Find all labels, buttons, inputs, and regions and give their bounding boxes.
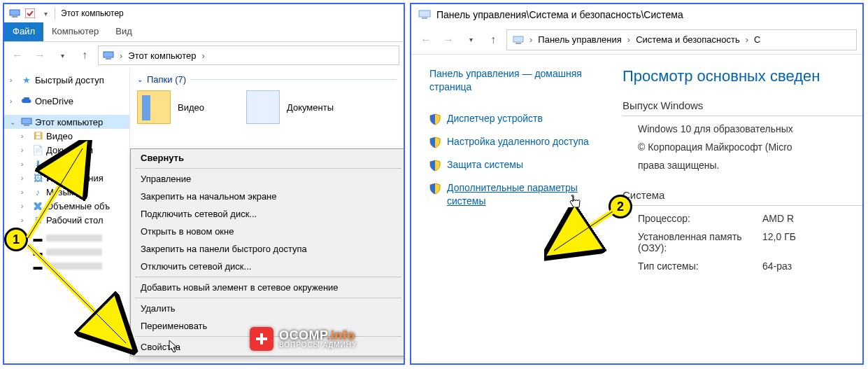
music-icon: ♪ — [32, 186, 43, 197]
star-icon: ★ — [21, 74, 32, 85]
cube-icon: 🞮 — [32, 200, 43, 211]
ribbon-tabs: Файл Компьютер Вид — [4, 22, 404, 42]
svg-rect-4 — [106, 58, 111, 60]
chevron-down-icon[interactable]: ⌄ — [10, 118, 18, 126]
link-device-manager[interactable]: Диспетчер устройств — [429, 112, 604, 125]
crumb-sec[interactable]: Система и безопасность — [636, 34, 740, 45]
cloud-icon — [21, 95, 32, 106]
cp-home-link[interactable]: Панель управления — домашняя страница — [429, 67, 604, 94]
tree-documents[interactable]: ›📄Документы — [4, 143, 129, 157]
pc-icon — [418, 9, 431, 20]
tree-3d[interactable]: ›🞮Объемные объ — [4, 199, 129, 213]
cpu-value: AMD R — [762, 213, 862, 224]
cp-address-bar[interactable]: › Панель управления › Система и безопасн… — [506, 29, 857, 50]
ctx-add-network[interactable]: Добавить новый элемент в сетевое окружен… — [131, 279, 405, 296]
nav-tree: ›★Быстрый доступ ›OneDrive ⌄Этот компьют… — [4, 69, 130, 363]
tree-downloads[interactable]: ›⬇Загрузки — [4, 157, 129, 171]
ctx-open-new[interactable]: Открыть в новом окне — [131, 223, 405, 240]
copyright-1: © Корпорация Майкрософт (Micro — [622, 141, 792, 153]
folder-icon: 🎞 — [32, 130, 43, 141]
folder-icon: 📄 — [32, 144, 43, 155]
tree-videos[interactable]: ›🎞Видео — [4, 129, 129, 143]
tile-videos[interactable]: Видео — [137, 90, 204, 124]
shield-icon — [429, 160, 441, 172]
nav-row: ← → ▾ ↑ › Этот компьютер › — [4, 42, 404, 69]
ctx-manage[interactable]: Управление — [131, 170, 405, 188]
nav-back[interactable]: ← — [8, 46, 27, 64]
ctx-collapse[interactable]: Свернуть — [131, 149, 405, 167]
svg-rect-18 — [256, 337, 267, 340]
tab-view[interactable]: Вид — [107, 22, 141, 41]
check-icon[interactable] — [24, 7, 36, 20]
chevron-right-icon[interactable]: › — [10, 97, 18, 105]
cursor-icon — [167, 340, 180, 355]
crumb-cp[interactable]: Панель управления — [538, 34, 621, 45]
address-bar[interactable]: › Этот компьютер › — [98, 46, 399, 65]
ram-label: Установленная память (ОЗУ): — [622, 231, 762, 253]
svg-rect-2 — [25, 8, 35, 18]
cp-titlebar: Панель управления\Система и безопасность… — [411, 4, 862, 25]
tree-this-pc[interactable]: ⌄Этот компьютер — [4, 115, 129, 129]
section-system: Система — [622, 189, 862, 205]
plus-icon — [250, 327, 273, 351]
tab-computer[interactable]: Компьютер — [43, 22, 107, 41]
chevron-down-icon[interactable]: ⌄ — [137, 76, 143, 83]
ctx-pin-quick[interactable]: Закрепить на панели быстрого доступа — [131, 240, 405, 258]
edition-value: Windows 10 для образовательных — [622, 123, 793, 134]
tree-quick-access[interactable]: ›★Быстрый доступ — [4, 73, 129, 87]
dropdown-icon[interactable]: ▾ — [39, 7, 52, 20]
nav-forward[interactable]: → — [439, 31, 457, 49]
type-label: Тип системы: — [622, 260, 762, 272]
ctx-delete[interactable]: Удалить — [131, 300, 405, 317]
tree-blur-3: ▬ — [4, 259, 129, 273]
shield-icon — [429, 137, 441, 148]
ctx-disconnect[interactable]: Отключить сетевой диск... — [131, 258, 405, 275]
crumb-sys[interactable]: С — [754, 34, 760, 45]
ctx-pin-start[interactable]: Закрепить на начальном экране — [131, 188, 405, 205]
nav-history[interactable]: ▾ — [53, 46, 71, 64]
chevron-right-icon[interactable]: › — [746, 34, 748, 45]
cp-nav-row: ← → ▾ ↑ › Панель управления › Система и … — [411, 25, 862, 55]
tile-documents[interactable]: Документы — [246, 90, 334, 124]
nav-up[interactable]: ↑ — [484, 31, 502, 49]
nav-up[interactable]: ↑ — [76, 46, 94, 64]
chevron-right-icon[interactable]: › — [10, 76, 18, 84]
pc-icon — [21, 116, 32, 127]
group-header[interactable]: ⌄ Папки (7) — [137, 74, 397, 85]
pc-icon — [103, 50, 114, 61]
tree-onedrive[interactable]: ›OneDrive — [4, 94, 129, 108]
svg-rect-10 — [515, 43, 521, 44]
ctx-map-drive[interactable]: Подключить сетевой диск... — [131, 205, 405, 223]
tree-music[interactable]: ›♪Музыка — [4, 185, 129, 199]
link-advanced-settings[interactable]: Дополнительные параметры системы — [429, 181, 604, 208]
chevron-right-icon[interactable]: › — [627, 34, 630, 45]
nav-history[interactable]: ▾ — [462, 31, 480, 49]
chevron-right-icon[interactable]: › — [120, 50, 122, 61]
nav-forward[interactable]: → — [31, 46, 49, 64]
tree-desktop[interactable]: ›🖥Рабочий стол — [4, 213, 129, 227]
chevron-right-icon[interactable]: › — [202, 50, 205, 61]
pc-icon — [513, 35, 524, 45]
cp-main: Просмотр основных сведен Выпуск Windows … — [614, 55, 862, 363]
cp-sidebar: Панель управления — домашняя страница Ди… — [411, 55, 614, 363]
watermark: OCOMP.info ВОПРОСЫ АДМИНУ — [250, 327, 357, 351]
nav-back[interactable]: ← — [417, 31, 435, 49]
folder-videos-icon — [137, 90, 171, 124]
cp-heading: Просмотр основных сведен — [622, 67, 862, 85]
svg-rect-7 — [419, 11, 430, 17]
shield-icon — [429, 183, 441, 195]
hand-cursor-icon — [568, 194, 581, 209]
explorer-window: ▾ Этот компьютер Файл Компьютер Вид ← → … — [3, 3, 405, 365]
link-remote[interactable]: Настройка удаленного доступа — [429, 135, 604, 148]
svg-rect-9 — [513, 36, 523, 42]
link-protection[interactable]: Защита системы — [429, 158, 604, 172]
tree-pictures[interactable]: ›🖼Изображения — [4, 171, 129, 185]
window-title: Этот компьютер — [61, 8, 124, 18]
svg-rect-1 — [12, 16, 17, 18]
section-edition: Выпуск Windows — [622, 99, 862, 116]
desktop-icon: 🖥 — [32, 214, 43, 225]
chevron-right-icon[interactable]: › — [529, 34, 532, 45]
pc-icon — [8, 7, 21, 20]
crumb-this-pc[interactable]: Этот компьютер — [128, 50, 196, 61]
tab-file[interactable]: Файл — [4, 22, 43, 41]
